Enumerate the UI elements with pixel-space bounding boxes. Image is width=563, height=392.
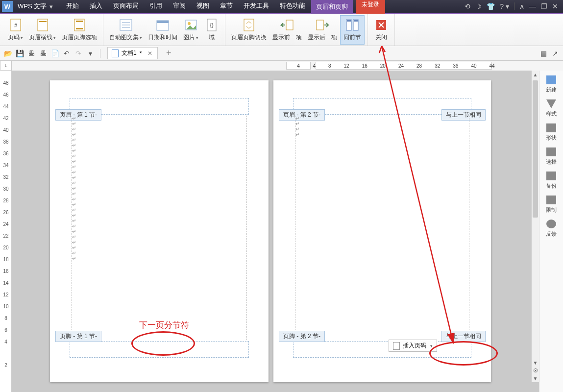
page1-footer-label: 页脚 - 第 1 节- xyxy=(55,331,101,342)
menu-tabs: 开始 插入 页面布局 引用 审阅 视图 章节 开发工具 特色功能 页眉和页脚 未… xyxy=(61,0,385,14)
collapse-ribbon-icon[interactable]: ∧ xyxy=(519,2,524,10)
undo-icon[interactable]: ↶ xyxy=(62,49,72,58)
qat-customize-icon[interactable]: ▾ xyxy=(85,49,95,58)
print-icon[interactable]: 🖶 xyxy=(26,49,36,58)
page-number-button[interactable]: # 页码▾ xyxy=(5,15,26,45)
help-icon[interactable]: ? ▾ xyxy=(500,2,509,10)
svg-text:#: # xyxy=(14,23,17,28)
header-line-button[interactable]: 页眉横线▾ xyxy=(26,15,59,45)
scroll-down-icon[interactable]: ▼ xyxy=(532,359,539,367)
print-preview-icon[interactable]: 🖶 xyxy=(38,49,48,58)
sidebar-select[interactable]: 选择 xyxy=(541,145,561,169)
ruler-horizontal[interactable]: 4 48121620242832364044 xyxy=(12,61,563,71)
ribbon: # 页码▾ 页眉横线▾ 页眉页脚选项 自动图文集▾ 日期和时间 图片▾ {} 域 xyxy=(0,14,563,46)
page2-header-zone[interactable]: 页眉 - 第 2 节- 与上一节相同 xyxy=(293,98,471,115)
right-sidebar: 新建 样式 形状 选择 备份 限制 反馈 xyxy=(539,71,563,392)
svg-rect-19 xyxy=(317,20,323,30)
page1-header-zone[interactable]: 页眉 - 第 1 节- xyxy=(70,98,249,115)
tab-chapter[interactable]: 章节 xyxy=(215,0,238,14)
tab-layout[interactable]: 页面布局 xyxy=(108,0,144,14)
annotation-ellipse-2 xyxy=(429,341,498,366)
svg-text:{}: {} xyxy=(210,22,214,28)
page2-footer-same: 与上一节相同 xyxy=(441,331,486,342)
doc-tab-close-icon[interactable]: ✕ xyxy=(145,50,155,57)
tab-reference[interactable]: 引用 xyxy=(145,0,167,14)
svg-rect-23 xyxy=(354,20,358,22)
annotation-ellipse-1 xyxy=(131,331,195,356)
svg-rect-22 xyxy=(347,20,351,22)
field-button[interactable]: {} 域 xyxy=(201,15,222,45)
tab-devtools[interactable]: 开发工具 xyxy=(239,0,274,14)
vertical-scrollbar[interactable]: ▲ ▼ ⦿ ▼ xyxy=(531,71,539,382)
tab-list-icon[interactable]: ▤ xyxy=(539,49,548,58)
minimize-icon[interactable]: — xyxy=(529,2,536,10)
close-window-icon[interactable]: ✕ xyxy=(552,2,558,10)
svg-rect-6 xyxy=(76,28,83,29)
sync-icon[interactable]: ⟲ xyxy=(465,2,470,10)
app-name: WPS 文字 xyxy=(15,2,49,11)
login-status[interactable]: 未登录 xyxy=(356,0,385,14)
tab-view[interactable]: 视图 xyxy=(192,0,214,14)
page-2: 页眉 - 第 2 节- 与上一节相同 ↵↵↵↵ 页脚 - 第 2 节- 与上一节… xyxy=(273,80,491,382)
ruler-corner[interactable]: L xyxy=(0,61,12,71)
doc-icon xyxy=(112,49,119,57)
svg-rect-18 xyxy=(286,20,293,30)
doc-modified-mark: * xyxy=(140,50,142,57)
close-hf-button[interactable]: 关闭 xyxy=(371,15,392,45)
tab-start[interactable]: 开始 xyxy=(61,0,84,14)
divider xyxy=(514,2,514,10)
prev-page-icon[interactable]: ⦿ xyxy=(532,367,539,374)
sidebar-new[interactable]: 新建 xyxy=(541,73,561,97)
show-next-button[interactable]: 显示后一项 xyxy=(305,15,340,45)
svg-rect-12 xyxy=(157,21,169,23)
tab-review[interactable]: 审阅 xyxy=(168,0,191,14)
sidebar-style[interactable]: 样式 xyxy=(541,97,561,121)
same-as-previous-button[interactable]: 同前节 xyxy=(340,15,365,45)
auto-text-button[interactable]: 自动图文集▾ xyxy=(106,15,145,45)
date-time-button[interactable]: 日期和时间 xyxy=(145,15,180,45)
page-setup-icon[interactable]: 📄 xyxy=(50,49,60,58)
document-tab[interactable]: 文档1 * ✕ xyxy=(107,47,158,59)
svg-rect-2 xyxy=(38,19,48,31)
save-icon[interactable]: 💾 xyxy=(15,49,24,58)
sidebar-shape[interactable]: 形状 xyxy=(541,121,561,145)
shirt-icon[interactable]: 👕 xyxy=(487,2,495,10)
show-prev-button[interactable]: 显示前一项 xyxy=(269,15,305,45)
hf-options-button[interactable]: 页眉页脚选项 xyxy=(59,15,100,45)
scroll-up-icon[interactable]: ▲ xyxy=(532,71,539,78)
annotation-text: 下一页分节符 xyxy=(139,319,189,331)
hf-switch-button[interactable]: 页眉页脚切换 xyxy=(228,15,269,45)
new-tab-button[interactable]: + xyxy=(164,49,173,58)
tab-header-footer[interactable]: 页眉和页脚 xyxy=(311,0,353,14)
page2-footer-label: 页脚 - 第 2 节- xyxy=(279,331,325,342)
app-logo: W xyxy=(2,1,13,12)
page1-content[interactable]: ↵↵↵ ↵↵↵ ↵↵↵ ↵↵↵ ↵↵↵ ↵↵↵ ↵↵↵ ↵↵↵ ↵↵↵ xyxy=(72,116,247,340)
tab-special[interactable]: 特色功能 xyxy=(275,0,310,14)
moon-icon[interactable]: ☽ xyxy=(475,2,482,10)
picture-button[interactable]: 图片▾ xyxy=(180,15,201,45)
scroll-thumb[interactable] xyxy=(533,80,538,218)
tab-menu-icon[interactable]: ↗ xyxy=(550,49,560,58)
ruler-vertical[interactable]: 48 46 44 42 40 38 36 34 32 30 28 26 24 2… xyxy=(0,71,12,392)
sidebar-limit[interactable]: 限制 xyxy=(541,193,561,217)
page2-content[interactable]: ↵↵↵↵ xyxy=(295,116,469,340)
open-icon[interactable]: 📂 xyxy=(3,49,13,58)
next-page-icon[interactable]: ▼ xyxy=(532,374,539,382)
svg-rect-5 xyxy=(76,21,83,22)
page-icon xyxy=(393,342,400,350)
svg-point-14 xyxy=(188,22,191,25)
sidebar-feedback[interactable]: 反馈 xyxy=(541,217,561,241)
redo-icon[interactable]: ↷ xyxy=(73,49,83,58)
sidebar-backup[interactable]: 备份 xyxy=(541,169,561,193)
tab-insert[interactable]: 插入 xyxy=(85,0,107,14)
app-menu-dropdown[interactable]: ▾ xyxy=(49,3,54,10)
document-area[interactable]: 页眉 - 第 1 节- ↵↵↵ ↵↵↵ ↵↵↵ ↵↵↵ ↵↵↵ ↵↵↵ ↵↵↵ … xyxy=(12,71,539,392)
svg-rect-17 xyxy=(244,19,254,31)
doc-tab-name: 文档1 xyxy=(122,49,137,57)
restore-icon[interactable]: ❐ xyxy=(541,2,547,10)
